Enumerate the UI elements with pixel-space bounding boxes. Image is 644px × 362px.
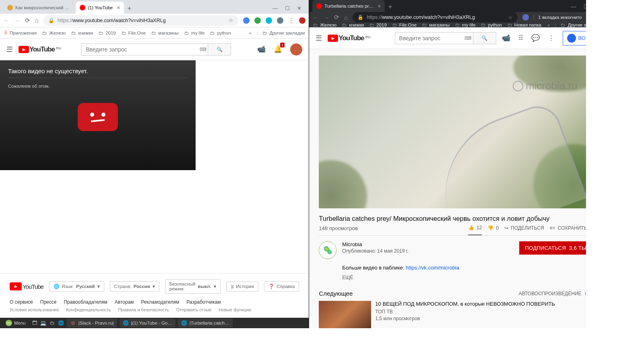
url-field[interactable]: 🔒 https://www.youtube.com/watch?v=vihiH3… xyxy=(353,12,518,23)
bookmark-folder[interactable]: 🗀Железо xyxy=(313,23,336,27)
minimize-icon[interactable]: — xyxy=(272,5,278,11)
footer-link[interactable]: Правообладателям xyxy=(64,299,107,305)
bookmark-folder[interactable]: 🗀Железо xyxy=(42,31,66,35)
share-button[interactable]: ↪ ПОДЕЛИТЬСЯ xyxy=(504,225,544,231)
terminal-icon[interactable]: 💻 xyxy=(40,320,47,326)
more-bookmarks[interactable]: » xyxy=(547,23,550,27)
bookmark-folder[interactable]: 🗀2019 xyxy=(369,23,387,27)
subscribe-button[interactable]: ПОДПИСАТЬСЯ 3,6 ТЫС. xyxy=(519,241,586,255)
youtube-logo[interactable]: ▶YouTube xyxy=(10,282,43,290)
bookmark-folder[interactable]: 🗀книжки xyxy=(71,31,93,35)
bookmark-folder[interactable]: 🗀книжки xyxy=(342,23,364,27)
other-bookmarks[interactable]: 🗀Другие закладки xyxy=(561,23,586,27)
show-more-button[interactable]: ЕЩЁ xyxy=(342,275,586,280)
user-avatar[interactable] xyxy=(290,43,302,56)
browser-tab-active[interactable]: (1) YouTube × xyxy=(76,2,124,14)
save-button[interactable]: ≡+ СОХРАНИТЬ xyxy=(550,225,586,231)
back-icon[interactable]: ← xyxy=(3,17,9,24)
footer-link[interactable]: Разработчикам xyxy=(186,299,221,305)
ext-icon[interactable] xyxy=(277,17,283,24)
footer-link[interactable]: Правила и безопасность xyxy=(118,307,169,312)
back-icon[interactable]: ← xyxy=(312,14,318,21)
create-icon[interactable]: 📹 xyxy=(502,34,510,42)
bookmark-folder[interactable]: 🗀магазины xyxy=(151,31,179,35)
chrome-icon[interactable]: 🌐 xyxy=(58,320,64,326)
footer-link[interactable]: Прессе xyxy=(40,299,57,305)
search-input[interactable] xyxy=(81,43,198,56)
create-icon[interactable]: 📹 xyxy=(257,45,266,53)
description-link[interactable]: https://vk.com/microbia xyxy=(406,265,459,271)
bookmark-folder[interactable]: 🗀my life xyxy=(455,23,475,27)
close-tab-icon[interactable]: × xyxy=(117,4,120,11)
video-player[interactable]: microbia.ru xyxy=(319,56,586,208)
close-window-icon[interactable]: ✕ xyxy=(297,5,301,11)
footer-link[interactable]: Авторам xyxy=(115,299,134,305)
ext-icon[interactable] xyxy=(266,17,272,24)
url-field[interactable]: 🔒 https://www.youtube.com/watch?v=vihiH3… xyxy=(43,15,238,26)
bookmark-folder[interactable]: 🗀2019 xyxy=(99,31,116,35)
bookmark-folder[interactable]: 🗀магазины xyxy=(422,23,450,27)
close-tab-icon[interactable]: × xyxy=(378,3,381,9)
home-icon[interactable]: ⌂ xyxy=(35,17,39,24)
menu-icon[interactable]: ☰ xyxy=(6,45,13,54)
footer-link[interactable]: О сервисе xyxy=(10,299,33,305)
language-button[interactable]: 🌐 Язык: Русский ▾ xyxy=(49,281,104,292)
other-bookmarks[interactable]: 🗀Другие закладки xyxy=(262,31,305,35)
show-desktop-icon[interactable]: 🗔 xyxy=(31,320,38,326)
star-icon[interactable]: ☆ xyxy=(508,14,513,21)
forward-icon[interactable]: → xyxy=(14,17,20,24)
recommendation-item[interactable]: 10 ВЕЩЕЙ ПОД МИКРОСКОПОМ, в которые НЕВО… xyxy=(319,301,586,328)
browser-tab[interactable]: Как микроскопический черв xyxy=(3,2,76,14)
notifications-icon[interactable]: 🔔1 xyxy=(274,45,282,53)
apps-icon[interactable]: ⠿ xyxy=(518,34,523,42)
youtube-logo[interactable]: ▶ YouTube RU xyxy=(328,34,370,42)
bookmark-folder[interactable]: 🗀File.One xyxy=(122,31,146,35)
search-button[interactable]: 🔍 xyxy=(473,32,496,44)
channel-avatar[interactable]: 🦠 xyxy=(319,241,336,259)
bookmark-folder[interactable]: 🗀File.One xyxy=(392,23,417,27)
home-icon[interactable]: ⌂ xyxy=(344,14,348,21)
ext-icon[interactable] xyxy=(254,17,261,24)
apps-button[interactable]: ⠿Приложения xyxy=(4,30,37,36)
footer-link[interactable]: Рекламодателям xyxy=(141,299,180,305)
forward-icon[interactable]: → xyxy=(323,14,329,21)
more-icon[interactable]: ⋮ xyxy=(288,17,294,24)
taskbar-app[interactable]: 🌐 |Turbellaria catch… xyxy=(178,319,233,327)
like-button[interactable]: 👍 12 xyxy=(468,225,482,235)
taskbar-app[interactable]: 🌐 |(1) YouTube - Go… xyxy=(120,319,175,327)
browser-tab-active[interactable]: Turbellaria catches prey/ Микр × xyxy=(312,0,385,12)
profile-icon[interactable] xyxy=(299,17,305,24)
files-icon[interactable]: 🗀 xyxy=(49,320,56,326)
channel-name[interactable]: Microbia xyxy=(342,241,514,247)
search-input[interactable] xyxy=(395,32,463,44)
ext-icon[interactable] xyxy=(522,14,529,21)
taskbar-app[interactable]: ⧉ |Slack - Pravo.ru| xyxy=(67,319,117,327)
search-button[interactable]: 🔍 xyxy=(208,43,231,56)
autoplay-toggle[interactable] xyxy=(585,291,586,296)
bookmark-folder[interactable]: 🗀python xyxy=(210,31,231,35)
keyboard-icon[interactable]: ⌨ xyxy=(463,32,473,44)
keyboard-icon[interactable]: ⌨ xyxy=(198,43,208,56)
settings-icon[interactable]: ⋮ xyxy=(548,34,555,42)
footer-link[interactable]: Новые функции xyxy=(219,307,251,312)
bookmark-folder[interactable]: 🗀my life xyxy=(184,31,204,35)
menu-icon[interactable]: ☰ xyxy=(316,34,322,43)
maximize-icon[interactable]: ☐ xyxy=(584,4,586,10)
start-menu[interactable]: lm Menu xyxy=(2,319,29,327)
youtube-logo[interactable]: ▶ YouTube RU xyxy=(19,45,61,53)
maximize-icon[interactable]: ☐ xyxy=(285,5,290,11)
reload-icon[interactable]: ⟳ xyxy=(25,17,30,24)
new-tab-button[interactable]: + xyxy=(124,3,134,14)
dislike-button[interactable]: 👎 0 xyxy=(487,225,499,231)
new-tab-button[interactable]: + xyxy=(385,2,395,12)
ext-icon[interactable] xyxy=(243,17,250,24)
messages-icon[interactable]: 💬 xyxy=(531,34,540,42)
bookmark-folder[interactable]: 🗀Новая папка xyxy=(508,23,541,27)
footer-link[interactable]: Конфиденциальность xyxy=(66,307,111,312)
bookmark-folder[interactable]: 🗀python xyxy=(481,23,502,27)
reload-icon[interactable]: ⟳ xyxy=(334,14,339,21)
safemode-button[interactable]: Безопасный режим: выкл. ▾ xyxy=(165,279,221,294)
signin-button[interactable]: 👤 ВОЙТИ xyxy=(563,31,586,45)
footer-link[interactable]: Отправить отзыв xyxy=(176,307,211,312)
history-button[interactable]: ⧖ История xyxy=(226,282,259,292)
